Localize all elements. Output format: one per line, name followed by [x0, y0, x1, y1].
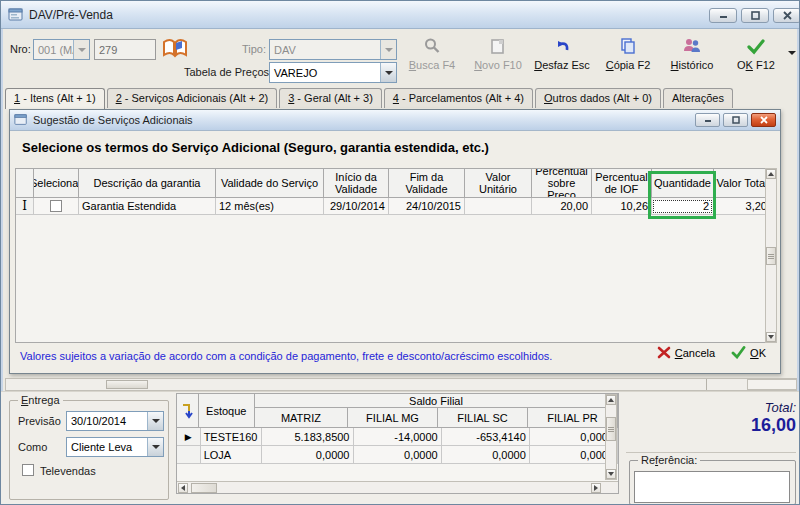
dialog-note: Valores sujeitos a variação de acordo co… — [20, 350, 552, 362]
total-label: Total: — [626, 400, 796, 415]
dropdown-arrow-icon[interactable] — [73, 40, 89, 59]
historico-button[interactable]: Histórico — [661, 35, 723, 85]
app-icon — [8, 7, 24, 23]
col-selecionar[interactable]: Selecionar — [34, 169, 79, 198]
scrollbar-thumb[interactable] — [766, 247, 776, 265]
ok-button[interactable]: OK F12 — [725, 35, 787, 85]
copia-label: Cópia F2 — [606, 59, 651, 71]
col-valor-total[interactable]: Valor Total — [714, 169, 771, 198]
dialog-actions: Cancela OK — [657, 346, 766, 359]
tab-servicos-adicionais[interactable]: 2 - Serviços Adicionais (Alt + 2) — [107, 88, 278, 108]
nro-combo[interactable]: 001 (MA — [33, 39, 90, 60]
dialog-grid-vscrollbar[interactable] — [765, 168, 777, 343]
stock-value-cell: 5.183,8500 — [262, 428, 353, 446]
cancela-button[interactable]: Cancela — [657, 346, 715, 359]
scrollbar-thumb[interactable] — [106, 380, 148, 389]
scroll-left-icon[interactable] — [178, 483, 188, 493]
minimize-button[interactable] — [709, 8, 737, 23]
tab-parcelamentos[interactable]: 4 - Parcelamentos (Alt + 4) — [384, 88, 533, 108]
scrollbar-corner — [747, 379, 797, 390]
scroll-right-icon[interactable] — [591, 483, 601, 493]
dropdown-arrow-icon[interactable] — [147, 438, 163, 456]
scrollbar-thumb[interactable] — [191, 483, 217, 493]
col-perc-iof[interactable]: Percentual de IOF — [592, 169, 652, 198]
ok-label: OK F12 — [737, 59, 775, 71]
dialog-maximize-button[interactable] — [723, 113, 748, 127]
scroll-down-icon[interactable] — [606, 469, 616, 479]
filial-sc-header[interactable]: FILIAL SC — [438, 408, 528, 428]
selecionar-checkbox[interactable] — [50, 200, 62, 212]
open-book-icon[interactable] — [161, 36, 189, 60]
matriz-header[interactable]: MATRIZ — [255, 408, 348, 428]
col-indicator — [16, 169, 34, 198]
novo-button[interactable]: Novo F10 — [467, 35, 529, 85]
stock-row[interactable]: LOJA 0,0000 0,0000 0,0000 0,0000 — [177, 446, 618, 464]
tabela-precos-combo[interactable]: VAREJO — [269, 62, 397, 83]
tipo-label: Tipo: — [242, 43, 266, 55]
como-combo[interactable]: Cliente Leva — [66, 437, 164, 457]
tab-itens[interactable]: 1 - Itens (Alt + 1) — [5, 88, 105, 109]
scroll-up-icon[interactable] — [766, 169, 776, 179]
stock-value-cell: 0,0000 — [442, 446, 530, 464]
selecionar-cell — [34, 198, 79, 215]
tab-alteracoes[interactable]: Alterações — [663, 88, 733, 108]
previsao-value: 30/10/2014 — [67, 412, 147, 430]
tabela-precos-label: Tabela de Preços: — [184, 66, 272, 78]
scrollbar-thumb[interactable] — [606, 417, 616, 441]
dropdown-arrow-icon[interactable] — [380, 40, 396, 59]
services-grid-header: Selecionar Descrição da garantia Validad… — [15, 168, 777, 198]
novo-label: Novo F10 — [474, 59, 522, 71]
previsao-combo[interactable]: 30/10/2014 — [66, 411, 164, 431]
maximize-button[interactable] — [741, 8, 769, 23]
col-inicio[interactable]: Início da Validade — [324, 169, 389, 198]
people-icon — [682, 35, 702, 55]
toolbar-overflow-icon[interactable] — [788, 51, 796, 55]
green-check-icon — [746, 35, 766, 55]
main-hscrollbar[interactable] — [5, 378, 797, 391]
stock-vscrollbar[interactable] — [605, 394, 617, 480]
col-perc-preco[interactable]: Percentual sobre Preço — [532, 169, 592, 198]
filial-mg-header[interactable]: FILIAL MG — [348, 408, 438, 428]
col-valor-unitario[interactable]: Valor Unitário — [465, 169, 532, 198]
quantidade-edit[interactable]: 2 — [653, 200, 712, 213]
col-quantidade[interactable]: Quantidade — [652, 169, 714, 198]
dialog-minimize-button[interactable] — [695, 113, 720, 127]
desfaz-button[interactable]: Desfaz Esc — [531, 35, 593, 85]
quantidade-cell[interactable]: 2 — [652, 198, 714, 215]
tipo-combo[interactable]: DAV — [269, 39, 397, 60]
referencia-input[interactable] — [634, 471, 790, 503]
dialog-ok-button[interactable]: OK — [731, 346, 766, 359]
fim-cell: 24/10/2015 — [389, 198, 465, 215]
dropdown-arrow-icon[interactable] — [147, 412, 163, 430]
estoque-header[interactable]: Estoque — [199, 394, 255, 428]
stock-hscrollbar[interactable] — [177, 481, 618, 494]
green-check-icon — [731, 346, 746, 359]
stock-sort-cell[interactable] — [177, 394, 199, 428]
close-button[interactable] — [773, 8, 800, 23]
scroll-down-icon[interactable] — [766, 332, 776, 342]
main-window: DAV/Pré-Venda Nro: 001 (MA 279 Tipo: DAV… — [0, 0, 800, 505]
col-descricao[interactable]: Descrição da garantia — [79, 169, 216, 198]
col-validade[interactable]: Validade do Serviço — [216, 169, 324, 198]
dialog-close-button[interactable] — [751, 113, 776, 127]
bottom-panel: Entrega Previsão 30/10/2014 Como Cliente… — [1, 391, 800, 505]
nro-number-field[interactable]: 279 — [94, 39, 156, 60]
stock-name-cell: LOJA — [201, 446, 263, 464]
tab-outros-dados[interactable]: Outros dados (Alt + 0) — [535, 88, 661, 108]
perc-preco-cell: 20,00 — [532, 198, 592, 215]
col-fim[interactable]: Fim da Validade — [389, 169, 465, 198]
stock-row[interactable]: ▶ TESTE160 5.183,8500 -14,0000 -653,4140… — [177, 428, 618, 446]
scroll-up-icon[interactable] — [606, 395, 616, 405]
stock-name-cell: TESTE160 — [201, 428, 263, 446]
televendas-checkbox[interactable] — [22, 464, 34, 476]
valor-total-cell: 3,20 — [714, 198, 771, 215]
busca-button[interactable]: Busca F4 — [401, 35, 463, 85]
stock-value-cell: 0,0000 — [354, 446, 442, 464]
historico-label: Histórico — [671, 59, 714, 71]
dropdown-arrow-icon[interactable] — [380, 63, 396, 82]
service-row[interactable]: I Garantia Estendida 12 mês(es) 29/10/20… — [15, 198, 777, 215]
main-titlebar: DAV/Pré-Venda — [1, 1, 800, 29]
copia-button[interactable]: Cópia F2 — [597, 35, 659, 85]
tab-geral[interactable]: 3 - Geral (Alt + 3) — [279, 88, 382, 108]
stock-value-cell: -653,4140 — [442, 428, 530, 446]
